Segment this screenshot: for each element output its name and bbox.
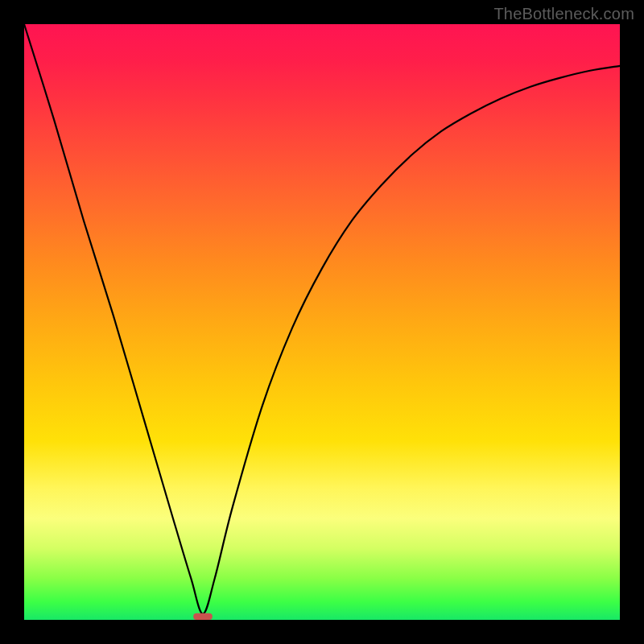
watermark-text: TheBottleneck.com [493,5,634,23]
bottleneck-curve-path [24,24,620,614]
gradient-plot-area [24,24,620,620]
bottleneck-curve-svg [24,24,620,620]
chart-frame: TheBottleneck.com [0,0,644,644]
minimum-marker [193,613,213,620]
